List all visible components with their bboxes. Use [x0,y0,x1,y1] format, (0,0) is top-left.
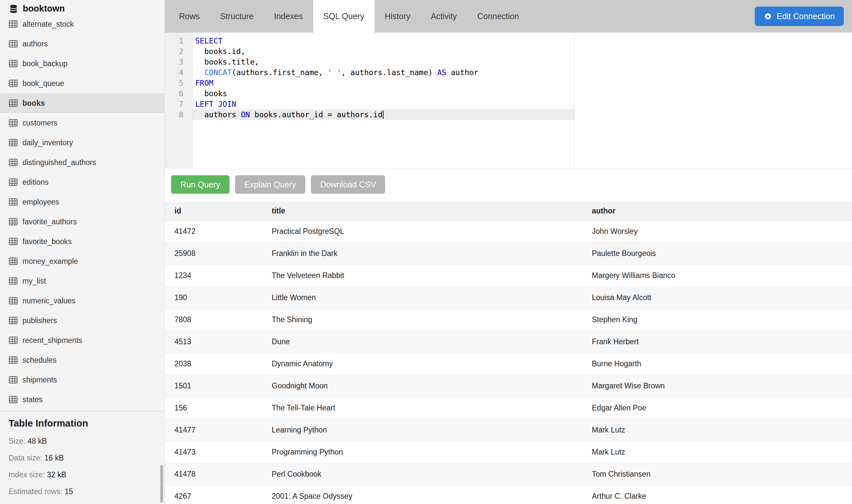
sidebar-item-editions[interactable]: editions [0,172,164,192]
tab-rows[interactable]: Rows [169,0,210,33]
tab-sql-query[interactable]: SQL Query [313,0,375,33]
results-area: idtitleauthor 41472Practical PostgreSQLJ… [165,202,852,504]
sidebar-item-customers[interactable]: customers [0,113,164,133]
explain-query-button[interactable]: Explain Query [235,175,305,194]
cell: 4513 [165,331,262,353]
edit-connection-label: Edit Connection [777,12,835,21]
table-icon [9,376,17,383]
table-name-label: employees [22,198,59,206]
table-info-rows: Size: 48 kBData size: 16 kBIndex size: 3… [8,437,156,496]
table-name-label: distinguished_authors [22,158,96,167]
table-name-label: editions [22,178,49,187]
editor-right-spacer [574,33,852,168]
sidebar-item-distinguished_authors[interactable]: distinguished_authors [0,152,164,172]
table-name-label: my_list [22,277,46,286]
column-header-title[interactable]: title [262,202,582,220]
sidebar-item-states[interactable]: states [0,390,164,410]
cell: Franklin in the Dark [262,242,582,265]
sidebar-item-favorite_authors[interactable]: favorite_authors [0,212,164,232]
code-line[interactable]: books [193,88,574,99]
cell: Paulette Bourgeois [582,242,852,265]
tab-indexes[interactable]: Indexes [264,0,313,33]
tab-history[interactable]: History [375,0,421,33]
table-list: alternate_stockauthorsbook_backupbook_qu… [0,14,164,410]
table-name-label: book_queue [22,79,64,88]
sidebar-item-authors[interactable]: authors [0,34,164,54]
cell: Goodnight Moon [262,375,582,397]
column-header-author[interactable]: author [582,202,852,220]
table-icon [9,356,17,364]
table-row[interactable]: 25908Franklin in the DarkPaulette Bourge… [165,242,852,265]
code-line[interactable]: SELECT [193,36,574,46]
sidebar-item-book_queue[interactable]: book_queue [0,73,164,93]
sidebar-item-book_backup[interactable]: book_backup [0,54,164,73]
cell: 41473 [165,441,262,463]
line-number: 5 [165,78,192,88]
sidebar-item-schedules[interactable]: schedules [0,350,164,370]
table-name-label: alternate_stock [22,20,74,29]
line-number: 1 [165,36,192,46]
download-csv-button[interactable]: Download CSV [311,175,385,194]
table-row[interactable]: 156The Tell-Tale HeartEdgar Allen Poe [165,397,852,419]
code-line[interactable]: authors ON books.author_id = authors.id [193,109,574,120]
results-body: 41472Practical PostgreSQLJohn Worsley259… [165,220,852,504]
sidebar-item-numeric_values[interactable]: numeric_values [0,291,164,311]
sql-editor-code[interactable]: SELECT books.id, books.title, CONCAT(aut… [193,33,574,168]
main-panel: RowsStructureIndexesSQL QueryHistoryActi… [165,0,852,504]
table-row[interactable]: 190Little WomenLouisa May Alcott [165,287,852,309]
sidebar-item-my_list[interactable]: my_list [0,271,164,291]
code-line[interactable]: LEFT JOIN [193,99,574,109]
table-name-label: recent_shipments [22,336,83,345]
tab-structure[interactable]: Structure [210,0,264,33]
table-row[interactable]: 2038Dynamic AnatomyBurne Hogarth [165,353,852,375]
table-icon [9,139,17,146]
sidebar-item-favorite_books[interactable]: favorite_books [0,232,164,251]
code-line[interactable]: FROM [193,78,574,88]
database-name: booktown [23,4,65,14]
table-name-label: book_backup [22,59,68,68]
column-header-id[interactable]: id [165,202,262,220]
cell: The Shining [262,309,582,331]
cell: Margaret Wise Brown [582,375,852,397]
code-line[interactable]: CONCAT(authors.first_name, ' ', authors.… [193,67,574,78]
table-icon [9,297,17,304]
table-name-label: shipments [22,376,57,384]
table-row[interactable]: 41477Learning PythonMark Lutz [165,419,852,441]
table-info-row: Index size: 32 kB [8,470,156,479]
cell: Little Women [262,287,582,309]
table-row[interactable]: 41478Perl CookbookTom Christiansen [165,463,852,485]
table-name-label: publishers [22,316,57,325]
table-row[interactable]: 7808The ShiningStephen King [165,309,852,331]
table-row[interactable]: 42672001: A Space OdysseyArthur C. Clark… [165,485,852,504]
sidebar-item-money_example[interactable]: money_example [0,251,164,271]
sidebar-item-alternate_stock[interactable]: alternate_stock [0,14,164,34]
sidebar-item-books[interactable]: books [0,93,164,113]
tab-activity[interactable]: Activity [420,0,467,33]
table-icon [9,238,17,245]
gear-icon [764,12,772,21]
table-row[interactable]: 4513DuneFrank Herbert [165,331,852,353]
results-header-row: idtitleauthor [165,202,852,220]
table-row[interactable]: 1501Goodnight MoonMargaret Wise Brown [165,375,852,397]
tab-connection[interactable]: Connection [467,0,529,33]
table-row[interactable]: 1234The Velveteen RabbitMargery Williams… [165,265,852,287]
table-name-label: authors [22,39,48,49]
sidebar-item-publishers[interactable]: publishers [0,311,164,330]
code-line[interactable]: books.title, [193,57,574,67]
sidebar-item-employees[interactable]: employees [0,192,164,212]
run-query-button[interactable]: Run Query [171,175,229,194]
cell: 1234 [165,265,262,287]
sidebar-item-recent_shipments[interactable]: recent_shipments [0,330,164,350]
edit-connection-button[interactable]: Edit Connection [755,6,844,26]
cell: Arthur C. Clarke [582,485,852,504]
table-row[interactable]: 41473Programming PythonMark Lutz [165,441,852,463]
sidebar-item-shipments[interactable]: shipments [0,370,164,390]
sidebar-scrollbar[interactable] [160,465,163,503]
table-icon [9,60,17,67]
cell: 4267 [165,485,262,504]
table-row[interactable]: 41472Practical PostgreSQLJohn Worsley [165,220,852,242]
code-line[interactable]: books.id, [193,46,574,57]
sidebar-item-daily_inventory[interactable]: daily_inventory [0,133,164,152]
table-name-label: favorite_authors [22,217,77,226]
table-icon [9,159,17,166]
